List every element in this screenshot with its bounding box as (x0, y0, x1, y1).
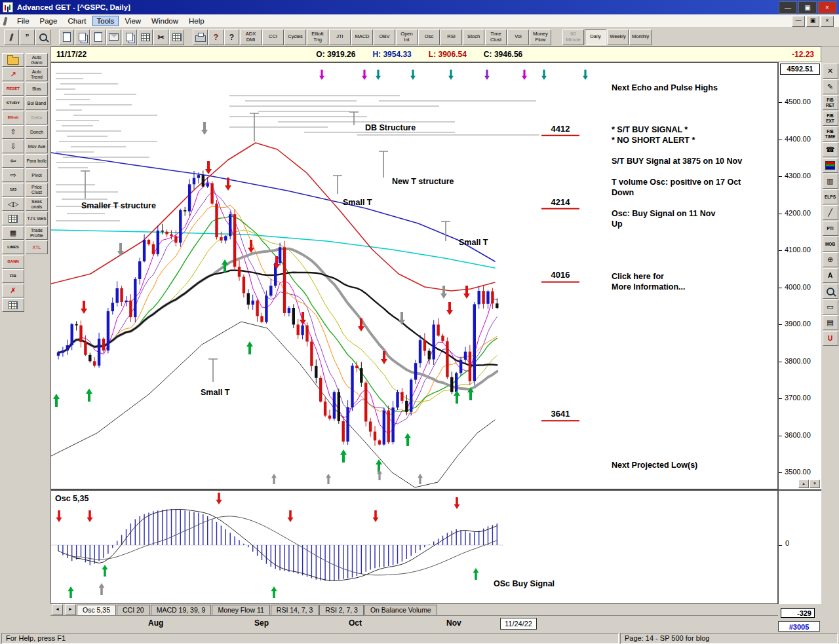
print-icon[interactable] (193, 29, 208, 45)
menu-pin-icon[interactable] (3, 16, 7, 26)
fib-icon[interactable]: FIB (2, 269, 24, 283)
price-chart[interactable]: 4412421440163641Next Echo and Pulse High… (51, 63, 777, 489)
fib-ret-button[interactable]: FIB RET (823, 95, 838, 110)
study-jti[interactable]: JTI (329, 29, 351, 45)
price-chart-pane[interactable]: 4412421440163641Next Echo and Pulse High… (50, 62, 778, 489)
child-minimize-button[interactable]: — (792, 16, 805, 27)
pin-icon[interactable] (4, 29, 19, 45)
new-page-icon[interactable] (59, 29, 74, 45)
oscillator-chart[interactable]: Osc 5,35OSc Buy Signal (51, 491, 777, 603)
study-macd[interactable]: MACD (351, 29, 373, 45)
study-rsi[interactable]: RSI (440, 29, 462, 45)
page-grid-icon[interactable] (2, 298, 24, 312)
left-arrow-icon[interactable]: ⇦ (2, 154, 24, 168)
axis-scroll-down-button[interactable]: ▼ (810, 480, 820, 488)
auto-reset-icon[interactable]: RESET (2, 82, 24, 96)
oscillator-pane[interactable]: Osc 5,35OSc Buy Signal (50, 489, 778, 604)
study-adx-dmi[interactable]: ADXDMI (240, 29, 262, 45)
text-tool-icon[interactable]: ▭ (823, 299, 838, 314)
tool-para-bolic[interactable]: Para bolic (26, 154, 48, 168)
phone-icon[interactable]: ☎ (823, 142, 838, 157)
cut-icon[interactable]: ✂ (153, 29, 168, 45)
pencil-icon[interactable]: ✎ (823, 79, 838, 94)
tab-on-balance-volume[interactable]: On Balance Volume (364, 605, 437, 615)
tool-xtl[interactable]: XTL (26, 240, 48, 254)
study-stoch[interactable]: Stoch (463, 29, 484, 45)
table-icon[interactable] (169, 29, 184, 45)
study-cycles[interactable]: Cycles (284, 29, 306, 45)
fib-ext-button[interactable]: FIB EXT (823, 111, 838, 126)
expand-icon[interactable]: ◁▷ (2, 197, 24, 211)
menu-tools[interactable]: Tools (92, 16, 119, 26)
globe-icon[interactable]: ⊕ (823, 252, 838, 267)
tabs-scroll-left-button[interactable]: ◄ (52, 604, 63, 615)
mob-button[interactable]: MOB (823, 237, 838, 252)
menu-help[interactable]: Help (184, 16, 209, 26)
study-elliott-trig[interactable]: ElliottTrig (307, 29, 328, 45)
up-arrow-icon[interactable]: ⇧ (2, 125, 24, 139)
elliott-icon[interactable]: Elliott (2, 111, 24, 124)
tool-seas-onals[interactable]: Seas onals (26, 197, 48, 211)
calendar-icon[interactable] (2, 212, 24, 225)
xtl-x-icon[interactable]: ✗ (2, 284, 24, 297)
trendline-icon[interactable]: ╱ (823, 205, 838, 220)
tabs-scroll-right-button[interactable]: ► (65, 604, 76, 615)
tool-trade-profile[interactable]: Trade Profile (26, 226, 48, 240)
down-arrow-icon[interactable]: ⇩ (2, 140, 24, 153)
context-help-icon[interactable]: ? (224, 29, 239, 45)
tool-mov-ave[interactable]: Mov Ave (26, 140, 48, 153)
lines-icon[interactable]: LINES (2, 240, 24, 254)
tab-macd-19-39-9[interactable]: MACD 19, 39, 9 (151, 605, 212, 615)
ellipse-button[interactable]: ELPS (823, 189, 838, 204)
tool-price-clust[interactable]: Price Clust (26, 183, 48, 197)
open-folder-icon[interactable] (2, 53, 24, 67)
profile-icon[interactable]: ▦ (2, 226, 24, 240)
tool-delta[interactable]: Delta (26, 111, 48, 124)
tool-tj-s-web[interactable]: TJ's Web (26, 212, 48, 225)
chart-bars-icon[interactable]: ▥ (823, 174, 838, 189)
zoom-icon[interactable] (823, 284, 838, 299)
search-icon[interactable] (35, 29, 50, 45)
menu-file[interactable]: File (12, 16, 34, 26)
tool-auto-trend[interactable]: Auto Trend (26, 67, 48, 81)
minimize-button[interactable]: — (779, 1, 797, 14)
study-obv[interactable]: OBV (374, 29, 395, 45)
price-scale[interactable]: 4592.51 ▲▼ 4500.004400.004300.004200.004… (778, 62, 821, 489)
tool-auto-gann[interactable]: Auto Gann (26, 53, 48, 67)
layout-icon[interactable] (138, 29, 153, 45)
study-osc[interactable]: Osc (418, 29, 440, 45)
tool-bias[interactable]: Bias (26, 82, 48, 96)
interval-daily[interactable]: Daily (585, 29, 606, 45)
layers-icon[interactable]: ▤ (823, 315, 838, 330)
help-icon[interactable]: ? (208, 29, 224, 45)
bar-count-icon[interactable]: 123 (2, 183, 24, 197)
tool-pivot[interactable]: Pivot (26, 168, 48, 182)
letter-u-button[interactable]: U (823, 331, 838, 346)
right-arrow-icon[interactable]: ⇨ (2, 168, 24, 182)
study-open-int[interactable]: OpenInt (396, 29, 418, 45)
menu-window[interactable]: Window (147, 16, 183, 26)
child-restore-button[interactable]: ▣ (806, 16, 819, 27)
menu-chart[interactable]: Chart (63, 16, 90, 26)
study-icon[interactable]: STUDY (2, 96, 24, 110)
tab-rsi-2-7-3[interactable]: RSI 2, 7, 3 (319, 605, 364, 615)
mail-icon[interactable] (106, 29, 121, 45)
open-page-icon[interactable] (75, 29, 90, 45)
tool-bol-band[interactable]: Bol Band (26, 96, 48, 110)
study-time-clust[interactable]: TimeClust (485, 29, 507, 45)
save-page-icon[interactable] (90, 29, 106, 45)
letter-a-button[interactable]: A (823, 268, 838, 283)
restore-button[interactable]: ▣ (798, 1, 817, 14)
copy-icon[interactable] (122, 29, 137, 45)
interval-weekly[interactable]: Weekly (607, 29, 629, 45)
study-cci[interactable]: CCI (262, 29, 284, 45)
pti-button[interactable]: PTI (823, 221, 838, 236)
quote-icon[interactable]: ” (20, 29, 35, 45)
close-icon[interactable]: ✕ (823, 64, 838, 79)
gann-icon[interactable]: GANN (2, 255, 24, 269)
menu-view[interactable]: View (120, 16, 146, 26)
palette-icon[interactable] (823, 158, 838, 173)
tab-rsi-14-7-3[interactable]: RSI 14, 7, 3 (271, 605, 319, 615)
interval-monthly[interactable]: Monthly (629, 29, 652, 45)
menu-page[interactable]: Page (35, 16, 62, 26)
